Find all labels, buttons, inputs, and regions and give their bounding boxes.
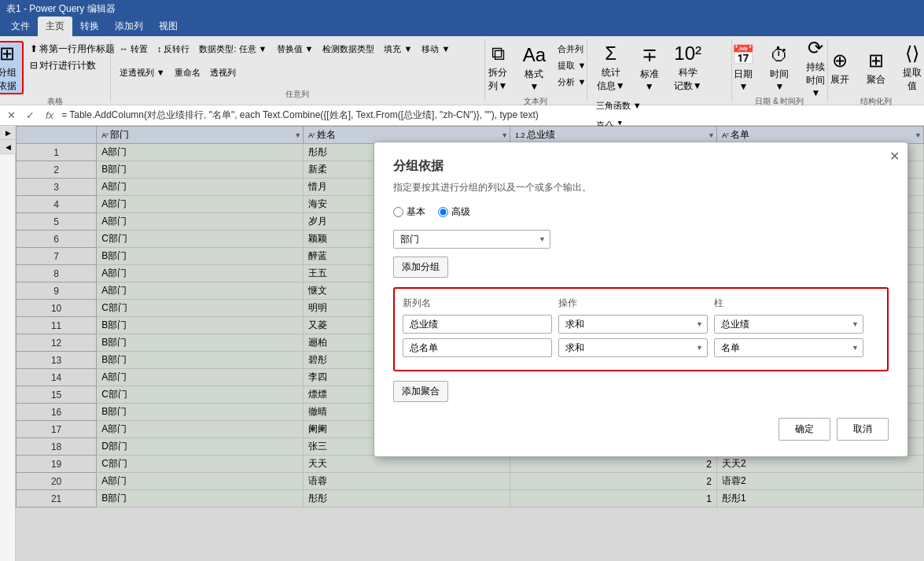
agg-row1-op[interactable]: 求和 平均值 最小值 最大值 xyxy=(558,315,708,334)
left-btn-top[interactable]: ▶ xyxy=(0,126,16,140)
extract-btn[interactable]: 提取 ▼ xyxy=(554,57,590,73)
extract-val-icon: ⟨⟩ xyxy=(905,42,919,65)
count-rows-icon: ⊟ xyxy=(30,60,38,71)
title-text: 表1 - Power Query 编辑器 xyxy=(6,2,116,16)
ribbon-group-table: ⊞ 分组依据 ⬆ 将第一行用作标题 ⊟ 对行进行计数 表格 xyxy=(0,39,111,101)
agg-row2-newcol[interactable] xyxy=(403,338,552,357)
agg-headers: 新列名 操作 柱 xyxy=(403,297,879,310)
ok-btn[interactable]: 确定 xyxy=(779,418,830,441)
expand-icon: ⊕ xyxy=(832,50,848,72)
format-label: 格式▼ xyxy=(525,68,543,92)
agg-row1-col[interactable]: 总业绩 姓名 部门 xyxy=(714,315,863,334)
ribbon-group-any-col: ↔ 转置 ↕ 反转行 数据类型: 任意 ▼ 替换值 ▼ 检测数据类型 填充 ▼ … xyxy=(111,39,485,101)
cancel-btn[interactable]: 取消 xyxy=(837,418,889,441)
group-by-button[interactable]: ⊞ 分组依据 xyxy=(0,41,24,94)
agg-header-newcol: 新列名 xyxy=(403,297,552,310)
agg-row2-col-wrapper: 名单 总业绩 xyxy=(714,338,863,357)
move-btn[interactable]: 移动 ▼ xyxy=(418,41,454,57)
tab-transform[interactable]: 转换 xyxy=(72,17,107,36)
add-group-btn[interactable]: 添加分组 xyxy=(393,257,448,278)
date-btn[interactable]: 📅 日期▼ xyxy=(727,41,760,94)
stats-icon: Σ xyxy=(605,42,617,65)
dialog-title: 分组依据 xyxy=(393,158,889,175)
add-agg-btn[interactable]: 添加聚合 xyxy=(393,381,448,402)
count-rows-label: 对行进行计数 xyxy=(39,59,96,72)
first-row-label: 将第一行用作标题 xyxy=(39,42,115,56)
time-icon: ⏱ xyxy=(770,44,789,66)
left-btn-mid[interactable]: ◀ xyxy=(0,140,16,154)
first-row-header-btn[interactable]: ⬆ 将第一行用作标题 xyxy=(26,41,119,57)
structured-content: ⊕ 展开 ⊞ 聚合 ⟨⟩ 提取值 xyxy=(823,41,924,94)
count-rows-btn[interactable]: ⊟ 对行进行计数 xyxy=(26,57,119,73)
confirm-formula-icon[interactable]: ✓ xyxy=(22,109,38,121)
dialog-subtitle: 指定要按其进行分组的列以及一个或多个输出。 xyxy=(393,181,889,194)
groupby-select[interactable]: 部门 姓名 总业绩 名单 xyxy=(393,230,550,249)
group-by-label: 分组依据 xyxy=(0,66,17,93)
groupby-select-wrapper: 部门 姓名 总业绩 名单 xyxy=(393,230,550,249)
std-icon: ∓ xyxy=(642,44,657,66)
agg-row2-op[interactable]: 求和 平均值 xyxy=(558,338,708,357)
sci-icon: 10² xyxy=(674,42,701,65)
radio-basic-input[interactable] xyxy=(393,207,403,217)
ribbon-group-datetime: 📅 日期▼ ⏱ 时间▼ ⟳ 持续时间▼ 日期 & 时间列 xyxy=(732,39,829,101)
transpose-btn[interactable]: ↔ 转置 xyxy=(116,41,152,57)
structured-label: 结构化列 xyxy=(860,94,892,107)
datetime-content: 📅 日期▼ ⏱ 时间▼ ⟳ 持续时间▼ xyxy=(727,41,832,94)
ribbon-group-structured: ⊕ 展开 ⊞ 聚合 ⟨⟩ 提取值 结构化列 xyxy=(828,39,924,101)
parse-btn[interactable]: 分析 ▼ xyxy=(554,74,590,90)
aggregate-icon: ⊞ xyxy=(868,50,884,72)
extract-value-btn[interactable]: ⟨⟩ 提取值 xyxy=(896,41,924,94)
split-icon: ⧉ xyxy=(491,42,505,65)
split-label: 拆分列▼ xyxy=(488,66,507,93)
statistics-btn[interactable]: Σ 统计信息▼ xyxy=(592,41,630,94)
agg-row1-newcol[interactable] xyxy=(403,315,552,334)
agg-row2-col[interactable]: 名单 总业绩 xyxy=(714,338,863,357)
pivot-col-btn[interactable]: 透视列 xyxy=(206,65,240,81)
std-label: 标准▼ xyxy=(640,68,659,92)
time-btn[interactable]: ⏱ 时间▼ xyxy=(763,41,796,94)
tab-file[interactable]: 文件 xyxy=(3,17,38,36)
time-label: 时间▼ xyxy=(770,68,789,92)
standard-btn[interactable]: ∓ 标准▼ xyxy=(633,41,666,94)
merge-col-btn[interactable]: 合并列 xyxy=(554,41,590,57)
aggregate-btn[interactable]: ⊞ 聚合 xyxy=(860,41,893,94)
dialog-close-btn[interactable]: ✕ xyxy=(889,149,900,164)
cancel-formula-icon[interactable]: ✕ xyxy=(3,109,19,121)
text-small-btns: 合并列 提取 ▼ 分析 ▼ xyxy=(554,41,590,90)
detect-type-btn[interactable]: 检测数据类型 xyxy=(318,41,378,57)
fill-btn[interactable]: 填充 ▼ xyxy=(380,41,416,57)
radio-basic[interactable]: 基本 xyxy=(393,205,425,219)
replace-value-btn[interactable]: 替换值 ▼ xyxy=(273,41,318,57)
dialog-footer: 确定 取消 xyxy=(393,418,889,441)
expand-label: 展开 xyxy=(830,73,849,87)
duration-icon: ⟳ xyxy=(808,37,823,59)
rename-btn[interactable]: 重命名 xyxy=(171,65,204,81)
radio-advanced[interactable]: 高级 xyxy=(438,205,470,219)
aggregate-label: 聚合 xyxy=(867,73,885,87)
radio-basic-label: 基本 xyxy=(407,205,425,219)
expand-btn[interactable]: ⊕ 展开 xyxy=(823,41,856,94)
fx-label: fx xyxy=(41,109,58,121)
ribbon: ⊞ 分组依据 ⬆ 将第一行用作标题 ⊟ 对行进行计数 表格 ↔ 转置 ↕ 反转行… xyxy=(0,36,924,105)
tab-add-column[interactable]: 添加列 xyxy=(107,17,151,36)
scientific-btn[interactable]: 10² 科学记数▼ xyxy=(669,41,707,94)
sci-label: 科学记数▼ xyxy=(674,66,702,93)
any-col-label: 任意列 xyxy=(285,87,309,100)
agg-row2-op-wrapper: 求和 平均值 xyxy=(558,338,708,357)
group-by-icon: ⊞ xyxy=(0,42,15,65)
formula-input[interactable] xyxy=(61,110,921,121)
datatype-btn[interactable]: 数据类型: 任意 ▼ xyxy=(195,41,271,57)
table-area: Aᶜ部门 ▼ Aᶜ姓名 ▼ 1.2总业绩 ▼ Aᶜ名单 ▼ xyxy=(16,126,924,561)
radio-advanced-label: 高级 xyxy=(451,205,470,219)
group-by-dialog: 分组依据 指定要按其进行分组的列以及一个或多个输出。 ✕ 基本 高级 xyxy=(374,142,908,457)
agg-header-op: 操作 xyxy=(558,297,708,310)
reverse-rows-btn[interactable]: ↕ 反转行 xyxy=(153,41,194,57)
tab-view[interactable]: 视图 xyxy=(151,17,186,36)
tab-home[interactable]: 主页 xyxy=(38,17,72,36)
split-col-btn[interactable]: ⧉ 拆分列▼ xyxy=(481,41,514,94)
format-btn[interactable]: Aa 格式▼ xyxy=(517,41,550,94)
agg-row-1: 求和 平均值 最小值 最大值 总业绩 姓名 部门 xyxy=(403,315,879,334)
main-area: ▶ ◀ Aᶜ部门 ▼ Aᶜ姓名 ▼ 1.2总业绩 ▼ xyxy=(0,126,924,561)
unpivot-btn[interactable]: 逆透视列 ▼ xyxy=(116,65,169,81)
radio-advanced-input[interactable] xyxy=(438,207,448,217)
